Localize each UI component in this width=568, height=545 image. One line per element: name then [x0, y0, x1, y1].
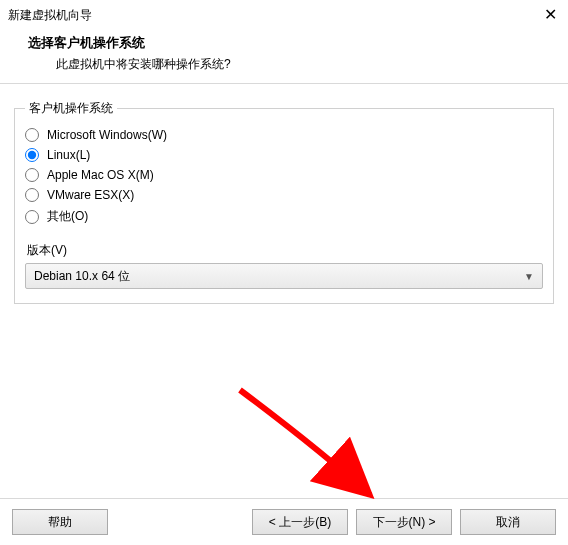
radio-windows[interactable]: Microsoft Windows(W) [25, 125, 543, 145]
radio-linux-input[interactable] [25, 148, 39, 162]
radio-linux[interactable]: Linux(L) [25, 145, 543, 165]
version-label: 版本(V) [27, 242, 543, 259]
radio-linux-label: Linux(L) [47, 148, 90, 162]
content-area: 客户机操作系统 Microsoft Windows(W) Linux(L) Ap… [0, 84, 568, 304]
version-selected-value: Debian 10.x 64 位 [34, 268, 130, 285]
radio-windows-label: Microsoft Windows(W) [47, 128, 167, 142]
radio-macos[interactable]: Apple Mac OS X(M) [25, 165, 543, 185]
radio-windows-input[interactable] [25, 128, 39, 142]
help-button[interactable]: 帮助 [12, 509, 108, 535]
window-title: 新建虚拟机向导 [8, 7, 92, 24]
radio-vmware-esx-label: VMware ESX(X) [47, 188, 134, 202]
radio-vmware-esx[interactable]: VMware ESX(X) [25, 185, 543, 205]
version-select[interactable]: Debian 10.x 64 位 ▼ [25, 263, 543, 289]
page-subtitle: 此虚拟机中将安装哪种操作系统? [28, 52, 552, 73]
titlebar: 新建虚拟机向导 ✕ [0, 0, 568, 28]
radio-macos-input[interactable] [25, 168, 39, 182]
page-title: 选择客户机操作系统 [28, 34, 552, 52]
radio-other-label: 其他(O) [47, 208, 88, 225]
next-button[interactable]: 下一步(N) > [356, 509, 452, 535]
wizard-header: 选择客户机操作系统 此虚拟机中将安装哪种操作系统? [0, 28, 568, 83]
radio-vmware-esx-input[interactable] [25, 188, 39, 202]
radio-other-input[interactable] [25, 210, 39, 224]
cancel-button[interactable]: 取消 [460, 509, 556, 535]
radio-macos-label: Apple Mac OS X(M) [47, 168, 154, 182]
chevron-down-icon: ▼ [524, 271, 534, 282]
close-icon[interactable]: ✕ [540, 7, 560, 23]
button-bar: 帮助 < 上一步(B) 下一步(N) > 取消 [0, 498, 568, 545]
back-button[interactable]: < 上一步(B) [252, 509, 348, 535]
radio-other[interactable]: 其他(O) [25, 205, 543, 228]
guest-os-legend: 客户机操作系统 [25, 100, 117, 117]
guest-os-group: 客户机操作系统 Microsoft Windows(W) Linux(L) Ap… [14, 100, 554, 304]
